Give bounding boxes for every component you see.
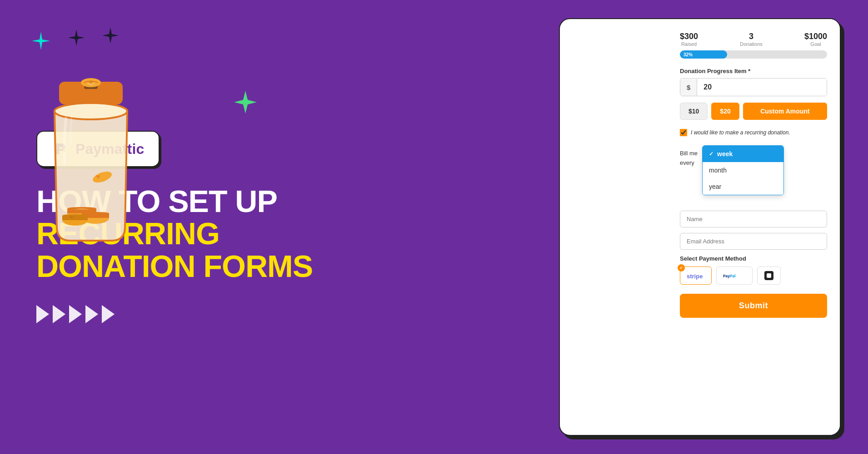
bill-me-text: Bill me every xyxy=(680,150,698,166)
progress-section: $300 Raised 3 Donations $1000 Goal 32% xyxy=(680,32,827,59)
payment-stripe[interactable]: ✓ stripe xyxy=(680,266,712,285)
form-panel: $300 Raised 3 Donations $1000 Goal 32% D… xyxy=(667,19,840,435)
amount-input-row: $ xyxy=(680,78,827,96)
recurring-row: I would like to make a recurring donatio… xyxy=(680,127,827,138)
submit-button[interactable]: Submit xyxy=(680,294,827,318)
payment-methods: ✓ stripe Pay Pal xyxy=(680,266,827,285)
payment-paypal[interactable]: Pay Pal xyxy=(716,266,753,285)
dropdown-option-year[interactable]: year xyxy=(703,178,783,195)
progress-bar-container: 32% xyxy=(680,50,827,59)
donations-label: Donations xyxy=(740,41,763,47)
donations-value: 3 xyxy=(740,32,763,41)
stat-goal: $1000 Goal xyxy=(804,32,827,47)
goal-label: Goal xyxy=(804,41,827,47)
arrow-1 xyxy=(36,305,49,323)
dropdown-option-month[interactable]: month xyxy=(703,162,783,178)
amount-buttons: $10 $20 Custom Amount xyxy=(680,103,827,120)
email-input[interactable] xyxy=(680,233,827,250)
amount-btn-20[interactable]: $20 xyxy=(711,103,739,120)
recurring-checkbox[interactable] xyxy=(680,129,687,136)
check-icon: ✓ xyxy=(709,151,713,157)
active-indicator: ✓ xyxy=(678,264,685,271)
stripe-icon: stripe xyxy=(687,271,705,280)
currency-prefix: $ xyxy=(680,79,697,96)
svg-text:Pal: Pal xyxy=(730,274,736,278)
stat-raised: $300 Raised xyxy=(680,32,698,47)
amount-input[interactable] xyxy=(697,79,827,96)
goal-value: $1000 xyxy=(804,32,827,41)
progress-percent: 32% xyxy=(683,52,693,57)
square-icon xyxy=(764,271,774,281)
amount-btn-custom[interactable]: Custom Amount xyxy=(743,103,827,120)
arrow-4 xyxy=(85,305,98,323)
arrows-decoration xyxy=(36,305,332,323)
dropdown-option-week[interactable]: ✓ week xyxy=(703,146,783,162)
progress-stats: $300 Raised 3 Donations $1000 Goal xyxy=(680,32,827,47)
payment-label: Select Payment Method xyxy=(680,255,827,262)
jar-illustration xyxy=(14,41,168,295)
form-card: $300 Raised 3 Donations $1000 Goal 32% D… xyxy=(559,18,841,436)
payment-square[interactable] xyxy=(757,266,781,285)
stat-donations: 3 Donations xyxy=(740,32,763,47)
arrow-3 xyxy=(69,305,82,323)
svg-text:Pay: Pay xyxy=(723,274,730,278)
donation-label: Donation Progress Item * xyxy=(680,68,827,74)
arrow-2 xyxy=(53,305,65,323)
progress-bar-fill: 32% xyxy=(680,50,727,59)
svg-text:stripe: stripe xyxy=(687,273,703,280)
bill-me-section: Bill me every ✓ week month xyxy=(680,145,827,195)
recurring-label: I would like to make a recurring donatio… xyxy=(691,129,790,136)
raised-label: Raised xyxy=(680,41,698,47)
amount-btn-10[interactable]: $10 xyxy=(680,103,708,120)
paypal-icon: Pay Pal xyxy=(723,271,746,281)
arrow-5 xyxy=(102,305,115,323)
raised-value: $300 xyxy=(680,32,698,41)
billing-frequency-dropdown[interactable]: ✓ week month year xyxy=(702,145,784,195)
name-input[interactable] xyxy=(680,211,827,227)
svg-rect-14 xyxy=(767,273,771,278)
